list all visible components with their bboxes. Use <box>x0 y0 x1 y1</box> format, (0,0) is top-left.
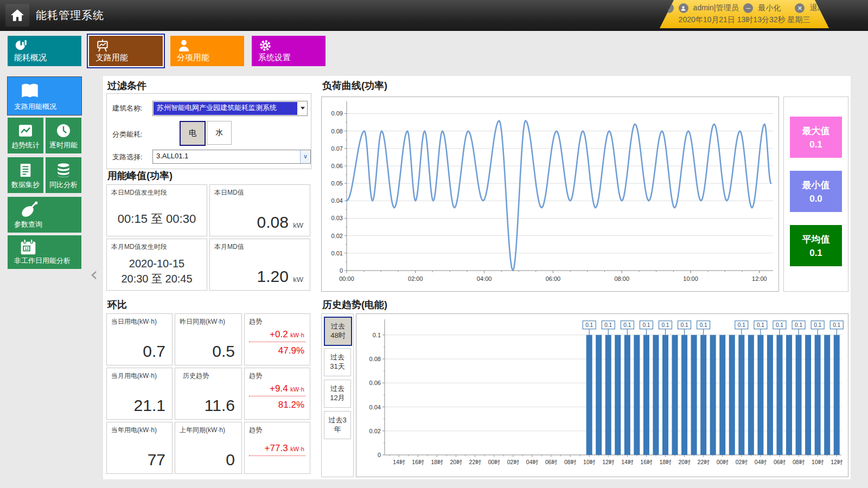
sidebar-collapse-button[interactable]: ‹ <box>90 265 98 284</box>
svg-text:0.1: 0.1 <box>604 322 612 328</box>
energy-type-electric-button[interactable]: 电 <box>180 121 206 146</box>
svg-text:0.06: 0.06 <box>331 163 343 169</box>
close-icon[interactable]: ✕ <box>795 3 805 13</box>
sidebar-item-trend-stats[interactable]: 趋势统计 <box>8 118 43 153</box>
svg-text:04:00: 04:00 <box>477 275 492 282</box>
svg-text:0.1: 0.1 <box>642 322 650 328</box>
user-name[interactable]: admin|管理员 <box>693 3 739 13</box>
svg-text:0.03: 0.03 <box>331 215 343 221</box>
svg-text:20时: 20时 <box>450 459 462 465</box>
minimize-icon[interactable]: ─ <box>743 3 753 13</box>
building-label: 建筑名称: <box>112 104 143 113</box>
svg-text:0.1: 0.1 <box>662 322 669 328</box>
svg-text:04时: 04时 <box>526 459 539 465</box>
user-icon <box>679 3 688 13</box>
ring-cell: 历史趋势11.6 <box>175 368 242 420</box>
peak-cell-month-period: 本月MD值发生时段 2020-10-15 20:30 至 20:45 <box>106 239 207 291</box>
svg-text:10:00: 10:00 <box>683 275 698 282</box>
ring-trend-cell: 趋势 +9.4 kW·h 81.2% <box>244 368 310 420</box>
energy-type-label: 分类能耗: <box>112 130 143 139</box>
svg-text:0.1: 0.1 <box>623 322 631 328</box>
top-bar: 能耗管理系统 i admin|管理员 ─ 最小化 ✕ 退出 2020年10月21… <box>0 0 868 31</box>
chevron-down-icon <box>301 107 305 110</box>
svg-text:0.1: 0.1 <box>700 322 707 328</box>
range-button-48h[interactable]: 过去48时 <box>324 317 352 346</box>
svg-text:12时: 12时 <box>602 459 615 465</box>
svg-text:14时: 14时 <box>393 459 405 465</box>
svg-text:06时: 06时 <box>545 459 558 465</box>
sidebar-item-nonworkday-analysis[interactable]: 12 非工作日用能分析 <box>8 235 81 269</box>
peak-cell-month-value: 本月MD值 1.20 kW <box>209 239 310 291</box>
sidebar-item-yoy-analysis[interactable]: 同比分析 <box>46 157 81 193</box>
svg-text:18时: 18时 <box>659 459 672 465</box>
svg-text:0.1: 0.1 <box>795 322 802 328</box>
building-select[interactable]: 苏州智能电网产业园建筑能耗监测系统 <box>152 101 308 116</box>
person-icon <box>177 38 191 53</box>
svg-text:0.05: 0.05 <box>331 180 343 187</box>
history-trend-plot: 00.020.040.060.080.114时16时18时20时22时00时02… <box>356 314 848 477</box>
svg-text:06时: 06时 <box>774 459 786 465</box>
range-button-31d[interactable]: 过去31天 <box>324 348 351 376</box>
history-trend-title: 历史趋势(电能) <box>322 298 387 311</box>
clock-icon <box>55 122 72 142</box>
stat-box-0: 最大值0.1 <box>790 117 842 158</box>
sidebar-item-parameter-query[interactable]: 参数查询 <box>8 197 81 233</box>
sidebar-item-branch-overview[interactable]: 支路用能概况 <box>8 77 81 115</box>
svg-text:0.08: 0.08 <box>369 356 381 362</box>
nav-tab-system-settings[interactable]: 系统设置 <box>252 36 326 66</box>
document-icon <box>17 162 34 181</box>
logout-label[interactable]: 退出 <box>809 3 825 13</box>
svg-text:02时: 02时 <box>736 459 748 465</box>
svg-text:0.09: 0.09 <box>331 110 343 117</box>
svg-text:0.04: 0.04 <box>369 404 381 410</box>
nav-tab-category-energy[interactable]: 分项用能 <box>170 36 244 66</box>
svg-text:12: 12 <box>24 247 29 251</box>
home-icon[interactable] <box>5 4 29 27</box>
nav-tab-branch-energy[interactable]: 支路用能 <box>89 36 163 66</box>
svg-text:0.08: 0.08 <box>331 128 343 134</box>
peak-cell-today-value: 本日MD值 0.08 kW <box>209 184 310 236</box>
chevron-down-icon: ∨ <box>300 150 310 163</box>
svg-text:0.1: 0.1 <box>585 322 593 328</box>
sidebar-item-hourly-energy[interactable]: 逐时用能 <box>46 118 81 153</box>
stat-box-1: 最小值0.0 <box>790 171 842 212</box>
svg-text:14时: 14时 <box>621 459 634 465</box>
history-trend-chart: 00.020.040.060.080.114时16时18时20时22时00时02… <box>356 313 848 477</box>
svg-text:0.1: 0.1 <box>757 322 764 328</box>
branch-label: 支路选择: <box>112 152 143 162</box>
ring-trend-cell: 趋势 +0.2 kW·h 47.9% <box>244 313 310 365</box>
peak-title: 用能峰值(功率) <box>107 169 173 182</box>
range-button-12m[interactable]: 过去12月 <box>324 380 351 408</box>
branch-select[interactable]: 3.ALL01.1 ∨ <box>152 150 311 164</box>
svg-text:00时: 00时 <box>488 459 501 465</box>
energy-type-water-button[interactable]: 水 <box>207 121 232 145</box>
svg-text:16时: 16时 <box>640 459 653 465</box>
main-content: 过滤条件 建筑名称: 苏州智能电网产业园建筑能耗监测系统 分类能耗: 电 水 支… <box>103 76 851 479</box>
user-badge: i admin|管理员 ─ 最小化 ✕ 退出 2020年10月21日 13时13… <box>660 0 829 28</box>
svg-text:0.06: 0.06 <box>369 380 381 386</box>
svg-text:0.04: 0.04 <box>331 197 343 204</box>
range-button-3y[interactable]: 过去3年 <box>324 411 351 439</box>
ring-cell: 上年同期(kW·h)0 <box>175 422 242 474</box>
svg-text:04时: 04时 <box>755 459 767 465</box>
svg-text:0.1: 0.1 <box>373 332 381 338</box>
svg-text:08:00: 08:00 <box>614 275 629 282</box>
svg-text:18时: 18时 <box>431 459 443 465</box>
info-icon[interactable]: i <box>664 3 674 13</box>
ring-cell: 当年用电(kW·h)77 <box>106 422 173 474</box>
svg-text:00:00: 00:00 <box>339 275 354 282</box>
svg-text:22时: 22时 <box>698 459 710 465</box>
sidebar-item-data-collection[interactable]: 数据集抄 <box>8 157 43 193</box>
gear-icon <box>258 38 272 53</box>
svg-text:12时: 12时 <box>831 459 843 465</box>
svg-text:0: 0 <box>340 267 343 274</box>
svg-text:0: 0 <box>378 452 381 458</box>
svg-text:22时: 22时 <box>469 459 482 465</box>
load-stats-panel: 最大值0.1最小值0.0平均值0.1 <box>783 97 848 292</box>
svg-text:12:00: 12:00 <box>752 275 767 282</box>
nav-tab-energy-overview[interactable]: 能耗概况 <box>8 36 81 66</box>
svg-text:02时: 02时 <box>507 459 520 465</box>
ring-trend-cell: 趋势 +77.3 kW·h <box>244 422 310 474</box>
filter-box: 建筑名称: 苏州智能电网产业园建筑能耗监测系统 分类能耗: 电 水 支路选择: … <box>106 93 311 169</box>
minimize-label[interactable]: 最小化 <box>758 3 781 13</box>
